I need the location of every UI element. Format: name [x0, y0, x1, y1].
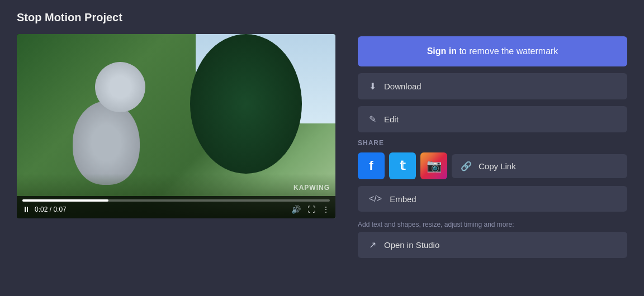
embed-button[interactable]: </> Embed — [358, 186, 627, 212]
watermark: KAPWING — [293, 184, 330, 192]
page-title: Stop Motion Project — [17, 11, 627, 24]
instagram-button[interactable]: 📷 — [420, 152, 447, 179]
facebook-button[interactable]: f — [358, 152, 385, 179]
open-studio-label: Open in Studio — [384, 240, 439, 250]
animal-body — [73, 101, 140, 185]
helper-text: Add text and shapes, resize, adjust timi… — [358, 221, 627, 228]
sign-in-button[interactable]: Sign in to remove the watermark — [358, 36, 627, 66]
time-display: 0:02 / 0:07 — [35, 206, 285, 213]
download-label: Download — [384, 82, 422, 91]
content-row: KAPWING ⏸ 0:02 / 0:07 🔊 ⛶ ⋮ — [17, 34, 627, 258]
external-link-icon: ↗ — [369, 240, 376, 250]
animal-head — [95, 62, 145, 112]
right-panel: Sign in to remove the watermark ⬇ Downlo… — [358, 34, 627, 258]
volume-icon[interactable]: 🔊 — [291, 205, 301, 214]
twitter-icon: 𝕥 — [400, 159, 405, 173]
progress-fill — [22, 199, 108, 202]
controls-row: ⏸ 0:02 / 0:07 🔊 ⛶ ⋮ — [22, 205, 330, 214]
sign-in-rest: to remove the watermark — [457, 46, 558, 56]
share-label: SHARE — [358, 139, 627, 147]
page-container: Stop Motion Project KAPWING ⏸ — [0, 0, 644, 296]
more-options-icon[interactable]: ⋮ — [322, 205, 330, 214]
video-controls: ⏸ 0:02 / 0:07 🔊 ⛶ ⋮ — [17, 196, 335, 218]
pause-button[interactable]: ⏸ — [22, 205, 30, 214]
instagram-icon: 📷 — [427, 159, 442, 173]
sign-in-bold: Sign in — [427, 46, 457, 56]
download-icon: ⬇ — [369, 81, 376, 92]
video-thumbnail — [17, 34, 335, 218]
open-studio-section: Add text and shapes, resize, adjust timi… — [358, 221, 627, 258]
twitter-button[interactable]: 𝕥 — [389, 152, 416, 179]
copy-link-button[interactable]: 🔗 Copy Link — [452, 154, 627, 178]
fullscreen-icon[interactable]: ⛶ — [307, 205, 315, 214]
edit-button[interactable]: ✎ Edit — [358, 106, 627, 132]
video-player[interactable]: KAPWING ⏸ 0:02 / 0:07 🔊 ⛶ ⋮ — [17, 34, 335, 218]
share-row: f 𝕥 📷 🔗 Copy Link — [358, 152, 627, 179]
facebook-icon: f — [369, 159, 373, 173]
copy-link-label: Copy Link — [479, 161, 516, 171]
edit-icon: ✎ — [369, 114, 376, 125]
progress-bar[interactable] — [22, 199, 330, 202]
share-section: SHARE f 𝕥 📷 🔗 Copy Link — [358, 139, 627, 179]
embed-label: Embed — [390, 194, 416, 204]
tree-background — [190, 34, 302, 174]
link-icon: 🔗 — [461, 161, 472, 171]
download-button[interactable]: ⬇ Download — [358, 73, 627, 99]
open-studio-button[interactable]: ↗ Open in Studio — [358, 232, 627, 258]
embed-icon: </> — [369, 194, 382, 204]
edit-label: Edit — [384, 114, 399, 124]
